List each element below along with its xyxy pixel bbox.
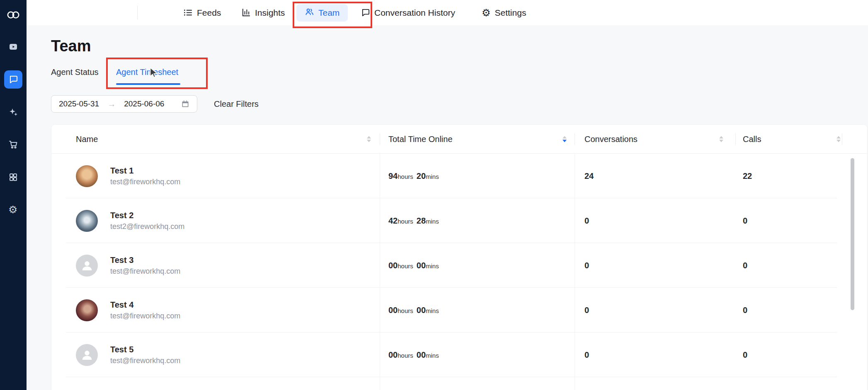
sort-icon-name[interactable]	[367, 136, 371, 142]
nav-insights-label: Insights	[255, 8, 285, 18]
calls-count: 0	[735, 216, 867, 226]
apps-grid-icon[interactable]	[8, 172, 18, 182]
chat-bubble-icon	[361, 8, 370, 17]
conversations-count: 0	[575, 350, 735, 360]
nav-conversation-history-label: Conversation History	[374, 8, 455, 18]
table-header: Name Total Time Online Conversations Cal…	[51, 125, 867, 154]
header-separator	[575, 133, 575, 145]
active-tab-underline	[116, 83, 180, 85]
total-time-online: 00hours00mins	[380, 261, 575, 270]
table-body: Test 1 test@fireworkhq.com 94hours20mins…	[51, 154, 867, 377]
date-range-arrow: →	[107, 99, 116, 109]
calls-count: 22	[735, 171, 867, 181]
nav-settings[interactable]: ⚙ Settings	[482, 0, 526, 25]
column-divider	[575, 154, 575, 390]
date-end-value[interactable]: 2025-06-06	[124, 99, 164, 108]
firework-logo-icon	[6, 11, 20, 19]
avatar	[76, 299, 98, 321]
date-range-picker[interactable]: 2025-05-31 → 2025-06-06	[51, 95, 197, 113]
agent-name: Test 2	[110, 211, 184, 220]
date-start-value[interactable]: 2025-05-31	[59, 99, 99, 108]
column-divider	[380, 154, 380, 390]
gear-icon[interactable]: ⚙	[8, 205, 18, 214]
agent-email: test@fireworkhq.com	[110, 356, 180, 365]
feeds-list-icon	[183, 8, 193, 17]
agent-name: Test 5	[110, 345, 180, 354]
chat-icon-active[interactable]	[4, 70, 22, 89]
agent-email: test2@fireworkhq.com	[110, 222, 184, 231]
sparkles-icon[interactable]	[8, 107, 18, 117]
column-header-name[interactable]: Name	[76, 125, 98, 154]
table-row[interactable]: Test 2 test2@fireworkhq.com 42hours28min…	[51, 198, 867, 243]
calls-count: 0	[735, 350, 867, 360]
people-icon	[305, 7, 314, 19]
calendar-icon	[181, 100, 189, 108]
tab-agent-timesheet[interactable]: Agent Timesheet	[116, 67, 178, 77]
avatar-placeholder	[76, 344, 98, 366]
table-row[interactable]: Test 4 test@fireworkhq.com 00hours00mins…	[51, 288, 867, 332]
conversations-count: 0	[575, 261, 735, 270]
page-title: Team	[51, 37, 91, 55]
total-time-online: 42hours28mins	[380, 216, 575, 226]
topbar-divider	[137, 6, 138, 19]
total-time-online: 00hours00mins	[380, 350, 575, 360]
column-header-calls[interactable]: Calls	[743, 125, 761, 154]
nav-team-active[interactable]: Team	[296, 4, 348, 22]
calls-count: 0	[735, 261, 867, 270]
sort-icon-calls[interactable]	[836, 136, 841, 142]
agent-name: Test 1	[110, 166, 180, 176]
nav-settings-label: Settings	[495, 8, 526, 18]
agent-email: test@fireworkhq.com	[110, 312, 180, 320]
clear-filters-button[interactable]: Clear Filters	[214, 95, 259, 113]
conversations-count: 0	[575, 306, 735, 315]
agent-email: test@fireworkhq.com	[110, 178, 180, 186]
conversations-count: 24	[575, 171, 735, 181]
nav-team-label: Team	[318, 8, 339, 18]
video-icon[interactable]	[8, 42, 18, 52]
timesheet-table: Name Total Time Online Conversations Cal…	[51, 124, 868, 390]
top-nav-bar: Feeds Insights Team Conversation History…	[27, 0, 868, 25]
table-row[interactable]: Test 1 test@fireworkhq.com 94hours20mins…	[51, 154, 867, 198]
settings-gear-icon: ⚙	[482, 8, 491, 18]
total-time-online: 94hours20mins	[380, 171, 575, 181]
table-row[interactable]: Test 3 test@fireworkhq.com 00hours00mins…	[51, 243, 867, 288]
column-header-conversations[interactable]: Conversations	[584, 125, 638, 154]
agent-name: Test 3	[110, 255, 180, 265]
nav-feeds-label: Feeds	[197, 8, 221, 18]
header-separator	[735, 133, 736, 145]
avatar	[76, 165, 98, 187]
header-separator	[380, 133, 380, 145]
total-time-online: 00hours00mins	[380, 306, 575, 315]
sort-icon-conversations[interactable]	[719, 136, 723, 142]
app-window: ⚙ Feeds Insights Team Conversa	[0, 0, 868, 390]
header-separator	[842, 133, 842, 145]
cart-icon[interactable]	[8, 140, 18, 149]
agent-name: Test 4	[110, 300, 180, 310]
avatar	[76, 210, 98, 232]
nav-feeds[interactable]: Feeds	[183, 0, 221, 25]
conversations-count: 0	[575, 216, 735, 226]
nav-insights[interactable]: Insights	[241, 0, 285, 25]
calls-count: 0	[735, 306, 867, 315]
table-row[interactable]: Test 5 test@fireworkhq.com 00hours00mins…	[51, 332, 867, 377]
nav-conversation-history[interactable]: Conversation History	[361, 0, 455, 25]
avatar-placeholder	[76, 255, 98, 277]
tab-agent-status[interactable]: Agent Status	[51, 67, 99, 77]
agent-email: test@fireworkhq.com	[110, 267, 180, 276]
sidebar: ⚙	[0, 0, 27, 390]
column-header-total-time[interactable]: Total Time Online	[388, 125, 453, 154]
bar-chart-icon	[241, 8, 251, 17]
sort-icon-total-time[interactable]	[563, 136, 567, 142]
vertical-scrollbar-thumb[interactable]	[851, 158, 854, 310]
